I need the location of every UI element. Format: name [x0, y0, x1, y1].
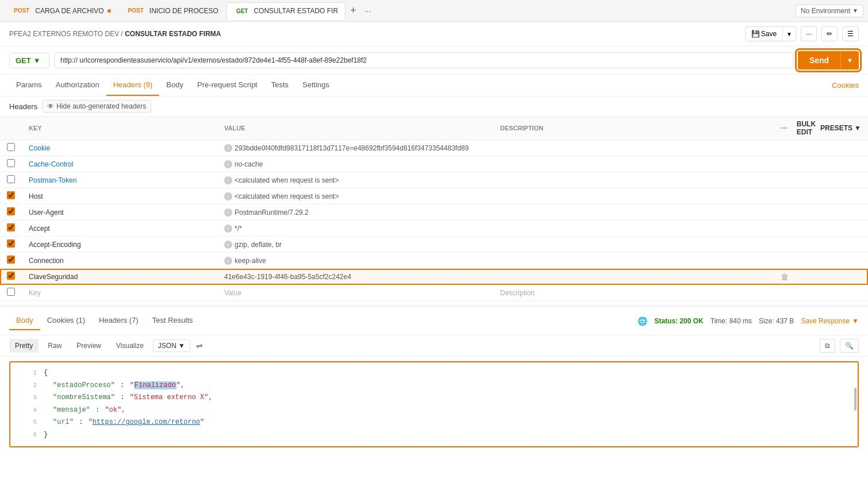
format-select[interactable]: JSON ▼: [153, 339, 190, 352]
presets-button[interactable]: Presets ▼: [820, 124, 861, 132]
th-check: [0, 117, 22, 140]
new-value-placeholder[interactable]: Value: [224, 289, 241, 297]
headers-table: KEY VALUE DESCRIPTION ··· Bulk Edit Pres…: [0, 117, 868, 301]
send-chevron-button[interactable]: ▼: [840, 51, 859, 69]
json-value-3: "Sistema externo X",: [130, 393, 213, 401]
format-tab-raw[interactable]: Raw: [42, 339, 67, 353]
row-checkbox-6[interactable]: [7, 223, 15, 231]
row-checkbox-3[interactable]: [7, 175, 15, 183]
info-icon-2[interactable]: i: [224, 160, 232, 168]
breadcrumb-request: CONSULTAR ESTADO FIRMA: [125, 30, 221, 38]
table-row: User-Agent i PostmanRuntime/7.29.2: [0, 204, 868, 221]
table-row: Accept-Encoding i gzip, deflate, br: [0, 237, 868, 253]
search-response-button[interactable]: 🔍: [840, 339, 859, 353]
json-key-3: "nombreSistema": [53, 393, 115, 401]
format-tab-pretty[interactable]: Pretty: [9, 339, 39, 353]
json-key-4: "mensaje": [53, 406, 90, 414]
save-response-button[interactable]: Save Response ▼: [801, 317, 859, 325]
table-row: Host i <calculated when request is sent>: [0, 188, 868, 204]
edit-button[interactable]: ✏: [821, 26, 838, 41]
tab-consultar-estado[interactable]: GET CONSULTAR ESTADO FIR: [226, 2, 345, 20]
add-tab-button[interactable]: +: [347, 5, 360, 17]
save-button[interactable]: 💾 Save: [746, 27, 783, 41]
line-number-4: 4: [20, 405, 37, 416]
json-line-6: 6 }: [10, 429, 858, 442]
more-tabs-button[interactable]: ···: [361, 6, 375, 16]
row-value-8: keep-alive: [235, 257, 266, 265]
resp-tab-headers[interactable]: Headers (7): [92, 311, 145, 330]
info-icon-5[interactable]: i: [224, 208, 232, 217]
tab-pre-request[interactable]: Pre-request Script: [190, 75, 264, 96]
json-brace-close: }: [44, 429, 48, 442]
json-value-post-2: ",: [176, 381, 185, 389]
tab-settings[interactable]: Settings: [295, 75, 336, 96]
headers-section: Headers 👁 Hide auto-generated headers KE…: [0, 96, 868, 301]
vertical-scrollbar[interactable]: [854, 388, 857, 411]
save-chevron-button[interactable]: ▼: [783, 28, 796, 40]
row-checkbox-7[interactable]: [7, 239, 15, 248]
tab-authorization[interactable]: Authorization: [49, 75, 106, 96]
resp-tab-body[interactable]: Body: [9, 311, 40, 330]
row-checkbox-4[interactable]: [7, 191, 15, 199]
json-value-highlight-2: Finalizado: [134, 381, 176, 389]
hide-auto-headers-button[interactable]: 👁 Hide auto-generated headers: [42, 100, 151, 113]
row-checkbox-1[interactable]: [7, 143, 15, 151]
new-key-placeholder[interactable]: Key: [29, 289, 41, 297]
row-checkbox-8[interactable]: [7, 256, 15, 264]
tab-headers[interactable]: Headers (9): [106, 75, 160, 96]
globe-icon: 🌐: [637, 316, 647, 326]
row-checkbox-5[interactable]: [7, 207, 15, 215]
json-value-url-post: ": [200, 418, 204, 426]
info-icon-6[interactable]: i: [224, 225, 232, 233]
json-colon-2: :: [120, 381, 124, 389]
tab-method-post-1: POST: [11, 6, 32, 15]
info-icon-3[interactable]: i: [224, 176, 232, 184]
response-section: Body Cookies (1) Headers (7) Test Result…: [0, 306, 868, 447]
headers-toolbar: Headers 👁 Hide auto-generated headers: [0, 96, 868, 117]
response-tabs: Body Cookies (1) Headers (7) Test Result…: [9, 311, 200, 330]
tab-carga-archivo[interactable]: POST CARGA DE ARCHIVO: [5, 2, 118, 20]
table-more-icon[interactable]: ···: [781, 123, 788, 133]
row-checkbox-9[interactable]: [7, 272, 15, 280]
row-checkbox-2[interactable]: [7, 159, 15, 167]
new-row-checkbox[interactable]: [7, 288, 15, 296]
copy-response-button[interactable]: ⧉: [820, 339, 835, 353]
json-url-value[interactable]: https://google.com/retorno: [93, 418, 200, 426]
time-label: Time: 840 ms: [710, 317, 752, 325]
new-desc-placeholder[interactable]: Description: [500, 289, 535, 297]
tab-method-post-2: POST: [126, 6, 146, 15]
env-selector[interactable]: No Environment ▼: [796, 5, 863, 17]
row-key-6: Accept: [29, 225, 50, 233]
row-value-3: <calculated when request is sent>: [235, 176, 339, 184]
json-line-3: 3 "nombreSistema" : "Sistema externo X",: [10, 392, 858, 404]
delete-row-icon[interactable]: 🗑: [781, 272, 789, 281]
more-options-button[interactable]: ···: [801, 26, 817, 41]
info-icon-4[interactable]: i: [224, 192, 232, 200]
format-tab-visualize[interactable]: Visualize: [110, 339, 149, 353]
save-response-label: Save Response: [801, 317, 850, 325]
row-key-7: Accept-Encoding: [29, 241, 81, 249]
resp-tab-cookies[interactable]: Cookies (1): [40, 311, 92, 330]
cookies-link[interactable]: Cookies: [832, 81, 859, 90]
resp-tab-test-results[interactable]: Test Results: [145, 311, 200, 330]
line-number-2: 2: [20, 380, 37, 392]
line-number-3: 3: [20, 392, 37, 404]
tab-params[interactable]: Params: [9, 75, 49, 96]
bulk-edit-button[interactable]: Bulk Edit: [797, 120, 816, 136]
tab-tests[interactable]: Tests: [264, 75, 295, 96]
url-input[interactable]: [54, 52, 793, 68]
format-tab-preview[interactable]: Preview: [71, 339, 107, 353]
method-selector[interactable]: GET ▼: [9, 53, 49, 68]
send-button[interactable]: Send: [798, 51, 840, 69]
row-value-2: no-cache: [235, 160, 263, 168]
row-value-4: <calculated when request is sent>: [235, 192, 339, 200]
json-line-4: 4 "mensaje" : "ok",: [10, 404, 858, 417]
info-icon-7[interactable]: i: [224, 241, 232, 249]
tab-inicio-proceso[interactable]: POST INICIO DE PROCESO: [119, 2, 225, 20]
presets-label: Presets: [820, 124, 852, 132]
tab-body[interactable]: Body: [159, 75, 190, 96]
wrap-icon[interactable]: ⇌: [196, 341, 203, 350]
doc-button[interactable]: ☰: [842, 26, 859, 41]
info-icon-1[interactable]: i: [224, 144, 232, 152]
info-icon-8[interactable]: i: [224, 257, 232, 265]
